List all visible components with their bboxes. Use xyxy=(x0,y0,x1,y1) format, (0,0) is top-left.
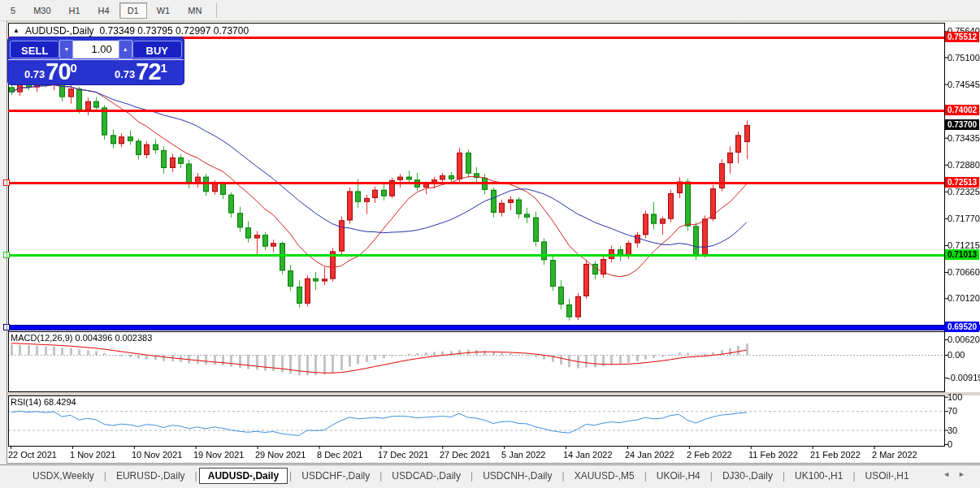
date-label: 8 Dec 2021 xyxy=(317,450,362,460)
tab-usoil-h1[interactable]: USOil-,H1 xyxy=(857,468,917,484)
rsi-tick-label: 100 xyxy=(947,392,962,402)
tab-separator: | xyxy=(379,470,382,482)
date-label: 29 Nov 2021 xyxy=(255,450,306,460)
date-label: 24 Jan 2022 xyxy=(625,450,674,460)
level-price-badge: 0.75512 xyxy=(945,32,979,42)
volume-increase-button[interactable]: ▲ xyxy=(119,40,132,59)
tab-separator: | xyxy=(289,470,292,482)
price-tick-label: 0.72880 xyxy=(947,160,980,170)
tab-usdcad-daily[interactable]: USDCAD-,Daily xyxy=(384,468,469,484)
tab-xauusd-m5[interactable]: XAUUSD-,M5 xyxy=(566,468,643,484)
current-price-badge: 0.73700 xyxy=(945,119,979,130)
tab-separator: | xyxy=(104,470,106,482)
chart-ohlc-values: 0.73349 0.73795 0.72997 0.73700 xyxy=(100,25,249,37)
date-label: 21 Feb 2022 xyxy=(810,450,861,460)
tab-separator: | xyxy=(783,470,785,482)
volume-input[interactable]: 1.00 xyxy=(73,41,118,58)
price-tick-label: 0.75100 xyxy=(947,53,980,63)
date-label: 11 Feb 2022 xyxy=(748,450,798,460)
collapse-panel-icon[interactable]: ▲ xyxy=(13,26,20,36)
volume-decrease-button[interactable]: ▼ xyxy=(59,40,73,59)
tab-separator: | xyxy=(562,470,565,482)
level-price-badge: 0.72513 xyxy=(945,177,979,188)
macd-tick-label: 0.00 xyxy=(947,350,965,360)
price-tick-label: 0.72325 xyxy=(947,187,980,196)
price-tick-label: 0.70120 xyxy=(947,293,980,303)
date-label: 22 Oct 2021 xyxy=(8,450,57,460)
trading-terminal: 5M30H1H4D1W1MN ▲ AUDUSD-,Daily 0.73349 0… xyxy=(0,0,980,488)
tab-usdcnh-daily[interactable]: USDCNH-,Daily xyxy=(475,468,560,484)
macd-indicator-label: MACD(12,26,9) 0.004396 0.002383 xyxy=(11,333,152,343)
date-label: 17 Dec 2021 xyxy=(378,450,428,460)
level-price-badge: 0.69520 xyxy=(945,322,979,332)
level-price-badge: 0.74002 xyxy=(945,105,979,115)
tab-eurusd-daily[interactable]: EURUSD-,Daily xyxy=(108,468,193,484)
rsi-tick-label: 0 xyxy=(947,439,952,449)
trade-panel-quote-row: 0.73 70 0 0.73 72 1 xyxy=(8,60,184,84)
tab-separator: | xyxy=(195,470,197,482)
macd-tick-label: 0.00620 xyxy=(947,335,980,344)
sell-price-main: 70 xyxy=(46,61,70,83)
rsi-tick-label: 30 xyxy=(947,425,957,435)
rsi-tick-label: 70 xyxy=(947,406,957,416)
price-tick-label: 0.70660 xyxy=(947,267,980,277)
date-label: 2 Feb 2022 xyxy=(687,450,732,460)
date-label: 27 Dec 2021 xyxy=(440,450,490,460)
tabs-scroll-right-icon[interactable]: ► xyxy=(958,470,973,478)
macd-tick-label: -0.00919 xyxy=(947,373,980,382)
buy-price-pip: 1 xyxy=(161,61,167,75)
price-tick-label: 0.73435 xyxy=(947,133,980,143)
sell-price-prefix: 0.73 xyxy=(24,68,45,80)
chart-title: ▲ AUDUSD-,Daily 0.73349 0.73795 0.72997 … xyxy=(13,25,249,37)
tab-audusd-daily[interactable]: AUDUSD-,Daily xyxy=(199,468,288,484)
tabs-scroll-left-icon[interactable]: ◄ xyxy=(943,470,958,478)
date-label: 19 Nov 2021 xyxy=(193,450,244,460)
price-tick-label: 0.71770 xyxy=(947,214,980,223)
rsi-indicator-label: RSI(14) 68.4294 xyxy=(11,397,76,407)
sell-price-quote[interactable]: 0.73 70 0 xyxy=(8,60,93,84)
sell-price-pip: 0 xyxy=(71,61,77,75)
date-label: 10 Nov 2021 xyxy=(132,450,182,460)
trade-panel-top-row: SELL ▼ 1.00 ▲ BUY xyxy=(8,37,184,60)
price-tick-label: 0.74545 xyxy=(947,80,980,89)
sell-button[interactable]: SELL xyxy=(10,41,59,58)
tab-separator: | xyxy=(644,470,647,482)
date-label: 5 Jan 2022 xyxy=(501,450,545,460)
tab-usdx-weekly[interactable]: USDX,Weekly xyxy=(24,468,102,484)
symbol-tab-bar: USDX,Weekly|EURUSD-,Daily|AUDUSD-,Daily|… xyxy=(0,464,980,486)
tab-usdchf-daily[interactable]: USDCHF-,Daily xyxy=(293,468,378,484)
buy-price-quote[interactable]: 0.73 72 1 xyxy=(98,60,184,84)
level-price-badge: 0.71013 xyxy=(945,249,979,260)
tab-dj30-daily[interactable]: DJ30-,Daily xyxy=(714,468,781,484)
tab-ukoil-h4[interactable]: UKOil-,H4 xyxy=(648,468,709,484)
buy-button[interactable]: BUY xyxy=(132,41,182,58)
tab-separator: | xyxy=(710,470,713,482)
date-label: 1 Nov 2021 xyxy=(70,450,115,460)
chart-symbol-label: AUDUSD-,Daily xyxy=(25,25,94,37)
tab-separator: | xyxy=(852,470,855,482)
tab-separator: | xyxy=(470,470,473,482)
tab-uk100-h1[interactable]: UK100-,H1 xyxy=(787,468,851,484)
one-click-trade-panel: SELL ▼ 1.00 ▲ BUY 0.73 70 0 0.73 72 1 xyxy=(8,37,184,84)
buy-price-main: 72 xyxy=(136,61,160,83)
date-label: 2 Mar 2022 xyxy=(872,450,917,460)
date-label: 14 Jan 2022 xyxy=(563,450,613,460)
buy-price-prefix: 0.73 xyxy=(115,68,135,80)
